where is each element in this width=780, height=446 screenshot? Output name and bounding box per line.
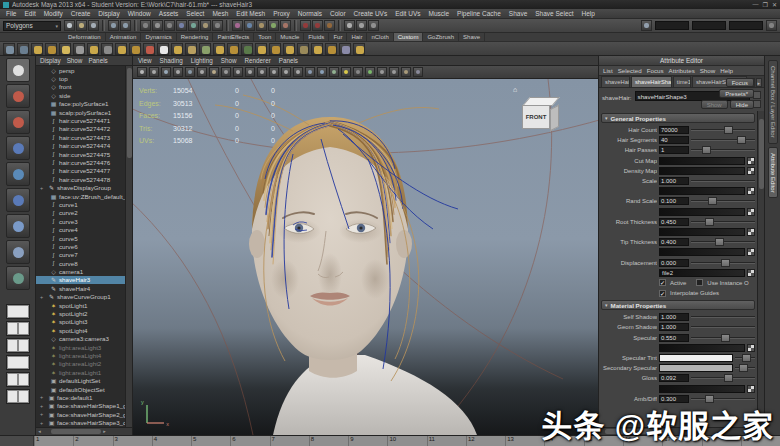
viewport-menu-lighting[interactable]: Lighting [191,57,213,64]
outliner-item-hair-curve5274473[interactable]: ʃhair:curve5274473 [36,133,125,141]
component-mode-icon[interactable] [164,20,175,31]
outliner-item-shavecurvegroup1[interactable]: +✎shaveCurveGroup1 [36,293,125,301]
outliner-item-light-arealight2[interactable]: ✶light:areaLight2 [36,360,125,368]
outliner-item-side[interactable]: ◇side [36,91,125,99]
shelf-button-11[interactable] [171,43,183,55]
shelf-button-6[interactable] [101,43,113,55]
slider-handle-icon[interactable] [739,364,748,372]
slider-handle-icon[interactable] [705,218,714,226]
attr-slider[interactable] [691,136,755,144]
coordinate-input-y[interactable] [692,21,726,30]
texture-map-icon[interactable] [747,208,755,216]
shelf-button-9[interactable] [143,43,155,55]
input-ops-icon[interactable] [300,20,311,31]
shelf-tab-gozbrush[interactable]: GoZbrush [423,33,459,41]
menu-proxy[interactable]: Proxy [273,10,290,17]
camera-attributes-icon[interactable] [161,67,171,77]
outliner-item-face-default1[interactable]: +▣face:default1 [36,393,125,401]
grid-icon[interactable] [221,67,231,77]
film-gate-icon[interactable] [233,67,243,77]
shelf-tab-painteffects[interactable]: PaintEffects [213,33,254,41]
outliner-item-hair-curve5274474[interactable]: ʃhair:curve5274474 [36,142,125,150]
outliner-item-shavehair4[interactable]: ✎shaveHair4 [36,284,125,292]
new-scene-icon[interactable] [64,20,75,31]
shelf-button-22[interactable] [325,43,337,55]
coordinate-input-x[interactable] [655,21,689,30]
outliner-menu-show[interactable]: Show [67,57,83,64]
minimize-button[interactable]: — [753,1,759,8]
expand-icon[interactable]: + [40,420,48,426]
menu-muscle[interactable]: Muscle [428,10,449,17]
shelf-button-20[interactable] [297,43,309,55]
attr-value-field[interactable]: 1.000 [659,313,689,321]
viewport-menu-view[interactable]: View [138,57,152,64]
shelf-button-15[interactable] [227,43,239,55]
menu-display[interactable]: Display [98,10,119,17]
ae-menu-show[interactable]: Show [700,67,715,74]
outliner-item-spotlight4[interactable]: ✶spotLight4 [36,326,125,334]
snap-point-icon[interactable] [256,20,267,31]
shelf-button-10[interactable] [157,43,169,55]
soft-modification-tool[interactable] [6,240,30,264]
shelf-button-18[interactable] [269,43,281,55]
view-cube-front-face[interactable]: FRONT [522,105,550,129]
checkbox-use-instance-o[interactable] [696,279,703,286]
ramp-bar[interactable] [659,344,745,352]
select-camera-icon[interactable] [137,67,147,77]
shelf-button-14[interactable] [213,43,225,55]
outliner-item-camera3-camera3[interactable]: ◇camera3:camera3 [36,335,125,343]
shelf-tab-fur[interactable]: Fur [329,33,347,41]
presets-button[interactable]: Presets* [719,89,754,98]
ramp-bar[interactable] [659,187,745,195]
outliner-item-curve7[interactable]: ʃcurve7 [36,251,125,259]
lock-camera-icon[interactable] [149,67,159,77]
shelf-tab-rendering[interactable]: Rendering [177,33,214,41]
outliner-item-hair-curve5274478[interactable]: ʃhair:curve5274478 [36,175,125,183]
map-field[interactable] [659,157,745,165]
sidebar-toggle-icon[interactable] [766,20,777,31]
outliner-item-defaultlightset[interactable]: ▣defaultLightSet [36,376,125,384]
ae-tab-time1[interactable]: time1 [673,76,691,87]
attr-slider[interactable] [735,354,755,362]
show-manipulator-tool[interactable] [6,266,30,290]
viewport-menu-panels[interactable]: Panels [279,57,298,64]
attr-slider[interactable] [691,126,755,134]
slider-handle-icon[interactable] [721,259,730,267]
shelf-tab-shave[interactable]: Shave [459,33,485,41]
texture-map-icon[interactable] [747,228,755,236]
outliner-vertical-scrollbar[interactable] [125,66,132,427]
slider-handle-icon[interactable] [721,334,730,342]
attr-slider[interactable] [691,259,755,267]
menu-shave[interactable]: Shave [509,10,527,17]
maximize-button[interactable]: ❐ [763,1,768,8]
shelf-button-23[interactable] [339,43,351,55]
shelf-button-21[interactable] [311,43,323,55]
quick-select-icon[interactable] [641,20,652,31]
shelf-tab-deformation[interactable]: Deformation [64,33,106,41]
outliner-item-spotlight2[interactable]: ✶spotLight2 [36,309,125,317]
open-scene-icon[interactable] [76,20,87,31]
menu-window[interactable]: Window [128,10,151,17]
shelf-button-19[interactable] [283,43,295,55]
snap-grid-icon[interactable] [232,20,243,31]
attr-value-field[interactable]: 0.092 [659,374,689,382]
ramp-bar[interactable] [659,208,745,216]
texture-map-icon[interactable] [747,385,755,393]
shelf-tab-hair[interactable]: Hair [347,33,367,41]
view-cube-right-face[interactable] [550,105,559,132]
move-tool[interactable] [6,136,30,160]
side-tab-attribute-editor[interactable]: Attribute Editor [768,147,778,199]
menu-create[interactable]: Create [71,10,91,17]
coordinate-input-z[interactable] [729,21,763,30]
outliner-item-curve8[interactable]: ʃcurve8 [36,259,125,267]
outliner-item-hair-curve5274477[interactable]: ʃhair:curve5274477 [36,167,125,175]
shelf-button-16[interactable] [241,43,253,55]
attr-value-field[interactable]: 0.400 [659,238,689,246]
shelf-tab-dynamics[interactable]: Dynamics [141,33,176,41]
motion-blur-icon[interactable] [377,67,387,77]
texture-map-icon[interactable] [747,248,755,256]
grease-pencil-icon[interactable] [209,67,219,77]
menu-modify[interactable]: Modify [44,10,63,17]
scroll-right-icon[interactable]: ▸ [101,428,108,435]
expand-icon[interactable]: + [40,294,48,300]
